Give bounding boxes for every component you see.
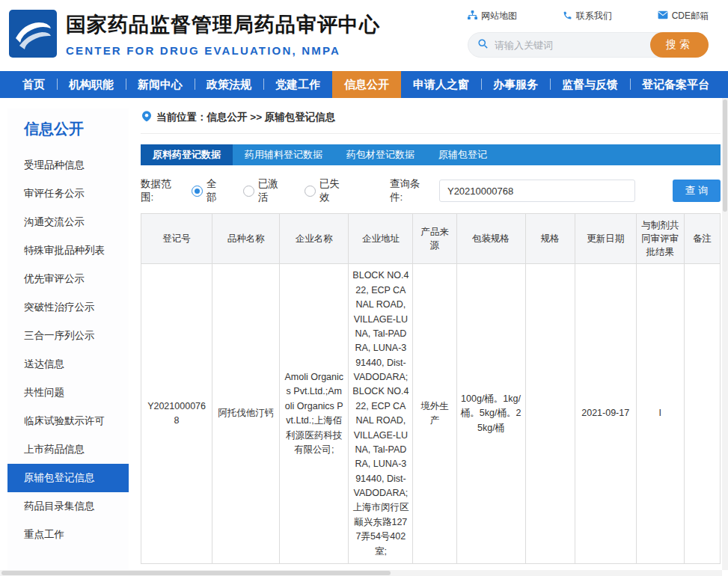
- cde-logo-icon: [9, 10, 57, 58]
- sidebar-item-communication[interactable]: 沟通交流公示: [7, 208, 129, 236]
- sidebar-item-drug-catalog[interactable]: 药品目录集信息: [7, 492, 129, 521]
- query-button[interactable]: 查 询: [673, 180, 721, 202]
- col-company-address: 企业地址: [349, 214, 413, 264]
- vertical-scrollbar-thumb[interactable]: [723, 99, 727, 212]
- site-title-en: CENTER FOR DRUG EVALUATION, NMPA: [66, 44, 380, 57]
- sidebar-item-breakthrough-therapy[interactable]: 突破性治疗公示: [7, 293, 129, 322]
- search-button[interactable]: 搜索: [650, 32, 709, 58]
- cde-mail-link[interactable]: CDE邮箱: [658, 10, 709, 22]
- col-reg-no: 登记号: [141, 214, 212, 264]
- cell-spec: [525, 264, 575, 564]
- nav-item-functions[interactable]: 机构职能: [57, 71, 126, 98]
- cell-update-date: 2021-09-17: [575, 264, 636, 564]
- nav-item-supervision-feedback[interactable]: 监督与反馈: [550, 71, 630, 98]
- cell-company-name: Amoli Organics Pvt.Ltd.;Amoli Organics P…: [280, 264, 349, 564]
- radio-expired-control[interactable]: [305, 186, 316, 197]
- sidebar-title: 信息公开: [7, 119, 129, 139]
- breadcrumb-text: 当前位置：信息公开 >> 原辅包登记信息: [156, 111, 335, 124]
- tab-excipient-data[interactable]: 药用辅料登记数据: [233, 144, 334, 165]
- cell-origin: 境外生产: [413, 264, 456, 564]
- col-origin: 产品来源: [413, 214, 456, 264]
- scope-label: 数据范围:: [141, 177, 183, 204]
- header-right: 网站地图 联系我们 CDE邮箱 搜索: [468, 10, 709, 58]
- nav-item-party-building[interactable]: 党建工作: [263, 71, 332, 98]
- nav-item-news[interactable]: 新闻中心: [126, 71, 195, 98]
- site-title-cn: 国家药品监督管理局药品审评中心: [66, 11, 380, 38]
- sitemap-link[interactable]: 网站地图: [468, 10, 517, 22]
- sidebar: 信息公开 受理品种信息 审评任务公示 沟通交流公示 特殊审批品种列表 优先审评公…: [7, 108, 129, 576]
- radio-expired[interactable]: 已失效: [305, 177, 348, 204]
- radio-activated-control[interactable]: [243, 186, 254, 197]
- col-package-spec: 包装规格: [456, 214, 525, 264]
- sidebar-item-priority-review[interactable]: 优先审评公示: [7, 265, 129, 293]
- sidebar-item-three-in-one[interactable]: 三合一序列公示: [7, 322, 129, 350]
- sidebar-item-review-tasks[interactable]: 审评任务公示: [7, 180, 129, 208]
- nav-item-registration-platform[interactable]: 登记备案平台: [630, 71, 721, 98]
- quick-links: 网站地图 联系我们 CDE邮箱: [468, 10, 709, 22]
- sidebar-item-accepted-products[interactable]: 受理品种信息: [7, 151, 129, 180]
- breadcrumb: 当前位置：信息公开 >> 原辅包登记信息: [141, 108, 721, 134]
- query-condition-label: 查询条件:: [390, 177, 432, 204]
- radio-all-control[interactable]: [192, 186, 203, 197]
- nav-item-home[interactable]: 首页: [10, 71, 57, 98]
- radio-all[interactable]: 全部: [192, 177, 225, 204]
- cell-reg-no: Y20210000768: [141, 264, 212, 564]
- tab-packaging-data[interactable]: 药包材登记数据: [334, 144, 426, 165]
- cell-joint-review-result: I: [636, 264, 684, 564]
- sidebar-item-raw-excipient-packaging[interactable]: 原辅包登记信息: [7, 464, 129, 492]
- contact-us-link[interactable]: 联系我们: [563, 10, 612, 22]
- col-update-date: 更新日期: [575, 214, 636, 264]
- scope-radio-group: 全部 已激活 已失效: [192, 177, 348, 204]
- brand-text: 国家药品监督管理局药品审评中心 CENTER FOR DRUG EVALUATI…: [66, 10, 380, 58]
- sidebar-item-special-approval-list[interactable]: 特殊审批品种列表: [7, 236, 129, 265]
- horizontal-scrollbar-thumb[interactable]: [1, 571, 391, 575]
- cell-package-spec: 100g/桶。1kg/桶。5kg/桶。25kg/桶: [456, 264, 525, 564]
- search-icon: [477, 38, 489, 52]
- content: 信息公开 受理品种信息 审评任务公示 沟通交流公示 特殊审批品种列表 优先审评公…: [0, 98, 728, 576]
- col-spec: 规格: [525, 214, 575, 264]
- cell-product-name: 阿托伐他汀钙: [212, 264, 280, 564]
- filter-bar: 数据范围: 全部 已激活 已失效 查询条件: 查 询: [141, 177, 721, 204]
- vertical-scrollbar[interactable]: [722, 98, 728, 570]
- site-header: 国家药品监督管理局药品审评中心 CENTER FOR DRUG EVALUATI…: [0, 0, 728, 71]
- col-product-name: 品种名称: [212, 214, 280, 264]
- table-row: Y20210000768 阿托伐他汀钙 Amoli Organics Pvt.L…: [141, 264, 721, 564]
- tab-bar: 原料药登记数据 药用辅料登记数据 药包材登记数据 原辅包登记: [141, 144, 721, 165]
- col-remark: 备注: [684, 214, 720, 264]
- sidebar-item-common-issues[interactable]: 共性问题: [7, 379, 129, 407]
- nav-item-applicant-window[interactable]: 申请人之窗: [401, 71, 481, 98]
- sitemap-icon: [468, 10, 477, 22]
- sidebar-item-marketed-drugs[interactable]: 上市药品信息: [7, 435, 129, 464]
- radio-activated[interactable]: 已激活: [243, 177, 287, 204]
- phone-icon: [563, 10, 572, 22]
- sidebar-item-delivery-info[interactable]: 送达信息: [7, 350, 129, 379]
- tab-raw-excipient-packaging[interactable]: 原辅包登记: [426, 144, 499, 165]
- table-header-row: 登记号 品种名称 企业名称 企业地址 产品来源 包装规格 规格 更新日期 与制剂…: [141, 214, 721, 264]
- location-pin-icon: [142, 111, 151, 124]
- tab-api-data[interactable]: 原料药登记数据: [141, 144, 233, 165]
- sidebar-item-clinical-trial-license[interactable]: 临床试验默示许可: [7, 407, 129, 435]
- main-nav: 首页 机构职能 新闻中心 政策法规 党建工作 信息公开 申请人之窗 办事服务 监…: [0, 71, 728, 98]
- search-bar: 搜索: [468, 32, 709, 58]
- horizontal-scrollbar[interactable]: [0, 570, 722, 576]
- col-company-name: 企业名称: [280, 214, 349, 264]
- main-panel: 当前位置：信息公开 >> 原辅包登记信息 原料药登记数据 药用辅料登记数据 药包…: [141, 108, 721, 576]
- nav-item-info-disclosure[interactable]: 信息公开: [332, 71, 401, 98]
- mail-icon: [658, 10, 668, 22]
- registration-data-table: 登记号 品种名称 企业名称 企业地址 产品来源 包装规格 规格 更新日期 与制剂…: [141, 213, 721, 564]
- nav-item-policies[interactable]: 政策法规: [195, 71, 263, 98]
- cell-remark: [684, 264, 720, 564]
- query-input[interactable]: [439, 180, 635, 202]
- col-joint-review-result: 与制剂共同审评审批结果: [636, 214, 684, 264]
- sidebar-item-key-work[interactable]: 重点工作: [7, 521, 129, 549]
- nav-item-services[interactable]: 办事服务: [481, 71, 550, 98]
- cell-company-address: BLOCK NO.422, ECP CANAL ROAD, VILLAGE-LU…: [349, 264, 413, 564]
- search-input[interactable]: [489, 40, 650, 51]
